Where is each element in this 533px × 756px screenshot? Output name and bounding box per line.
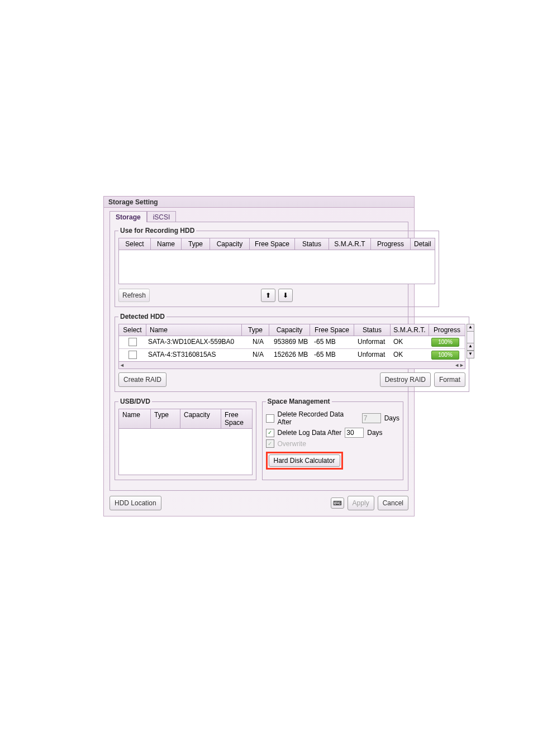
move-down-button[interactable]: ⬇ bbox=[278, 289, 293, 302]
delete-log-label: Delete Log Data After bbox=[278, 429, 342, 437]
recording-hdd-controls: Refresh ⬆ ⬇ bbox=[118, 289, 435, 302]
rec-hdr-smart[interactable]: S.M.A.R.T bbox=[329, 238, 371, 250]
row-free: -65 MB bbox=[312, 349, 355, 361]
row-select-checkbox[interactable] bbox=[129, 351, 137, 359]
usb-dvd-headers: Name Type Capacity Free Space bbox=[118, 409, 253, 429]
scroll-right-icon[interactable]: ► bbox=[459, 362, 464, 368]
scroll-down-icon[interactable]: ▼ bbox=[467, 351, 474, 358]
delete-recorded-checkbox[interactable] bbox=[266, 414, 274, 423]
detected-h-scrollbar[interactable]: ◄ ◄ ► bbox=[118, 362, 465, 369]
row-status: Unformat bbox=[355, 349, 391, 361]
recording-hdd-body bbox=[118, 250, 435, 284]
table-row[interactable]: SATA-3:WD10EALX-559BA0 N/A 953869 MB -65… bbox=[119, 336, 465, 349]
move-up-button[interactable]: ⬆ bbox=[261, 289, 275, 302]
rec-hdr-capacity[interactable]: Capacity bbox=[210, 238, 250, 250]
row-smart: OK bbox=[391, 336, 429, 348]
row-free: -65 MB bbox=[312, 336, 355, 348]
tab-body: Use for Recording HDD Select Name Type C… bbox=[110, 222, 408, 491]
rec-hdr-status[interactable]: Status bbox=[295, 238, 329, 250]
row-progress: 100% bbox=[431, 351, 459, 360]
usb-dvd-legend: USB/DVD bbox=[118, 398, 152, 405]
usb-dvd-body bbox=[118, 429, 253, 475]
row-name: SATA-3:WD10EALX-559BA0 bbox=[146, 336, 245, 348]
row-capacity: 152626 MB bbox=[272, 349, 312, 361]
create-raid-button[interactable]: Create RAID bbox=[118, 372, 166, 387]
hard-disk-calculator-highlight: Hard Disk Calculator bbox=[266, 452, 343, 470]
det-hdr-free[interactable]: Free Space bbox=[310, 324, 354, 336]
destroy-raid-button[interactable]: Destroy RAID bbox=[380, 372, 431, 387]
table-row[interactable]: SATA-4:ST3160815AS N/A 152626 MB -65 MB … bbox=[119, 349, 465, 361]
hard-disk-calculator-button[interactable]: Hard Disk Calculator bbox=[269, 454, 340, 467]
storage-setting-dialog: Storage Setting Storage iSCSI Use for Re… bbox=[103, 196, 415, 516]
refresh-button[interactable]: Refresh bbox=[118, 289, 150, 302]
row-name: SATA-4:ST3160815AS bbox=[146, 349, 245, 361]
cancel-button[interactable]: Cancel bbox=[378, 496, 408, 510]
usb-dvd-group: USB/DVD Name Type Capacity Free Space bbox=[115, 398, 256, 480]
arrow-up-icon: ⬆ bbox=[265, 291, 271, 299]
det-hdr-status[interactable]: Status bbox=[354, 324, 391, 336]
overwrite-checkbox bbox=[266, 439, 274, 448]
scroll-left-icon[interactable]: ◄ bbox=[120, 362, 125, 368]
scroll-track[interactable] bbox=[467, 332, 474, 343]
detected-hdd-rows: SATA-3:WD10EALX-559BA0 N/A 953869 MB -65… bbox=[118, 336, 465, 362]
delete-recorded-days-input[interactable] bbox=[362, 413, 381, 423]
rec-hdr-free[interactable]: Free Space bbox=[250, 238, 295, 250]
apply-button[interactable]: Apply bbox=[348, 496, 374, 510]
scroll-up-icon[interactable]: ▲ bbox=[467, 324, 474, 332]
dialog-title: Storage Setting bbox=[104, 197, 414, 208]
detected-hdd-headers: Select Name Type Capacity Free Space Sta… bbox=[118, 324, 465, 336]
det-hdr-capacity[interactable]: Capacity bbox=[269, 324, 310, 336]
scroll-up2-icon[interactable]: ▲ bbox=[467, 343, 474, 351]
rec-hdr-type[interactable]: Type bbox=[182, 238, 210, 250]
page: Storage Setting Storage iSCSI Use for Re… bbox=[0, 0, 533, 756]
det-hdr-type[interactable]: Type bbox=[242, 324, 269, 336]
row-select-checkbox[interactable] bbox=[129, 338, 137, 346]
rec-hdr-progress[interactable]: Progress bbox=[371, 238, 411, 250]
detected-hdd-group: Detected HDD Select Name Type Capacity F… bbox=[115, 313, 469, 392]
rec-hdr-name[interactable]: Name bbox=[151, 238, 182, 250]
row-status: Unformat bbox=[355, 336, 391, 348]
tab-storage[interactable]: Storage bbox=[110, 211, 147, 222]
space-management-legend: Space Management bbox=[266, 398, 332, 405]
keyboard-icon[interactable]: ⌨ bbox=[331, 497, 344, 509]
usb-hdr-type[interactable]: Type bbox=[151, 409, 180, 428]
hdd-location-button[interactable]: HDD Location bbox=[110, 496, 161, 510]
det-hdr-select[interactable]: Select bbox=[119, 324, 146, 336]
delete-log-days-input[interactable] bbox=[345, 428, 364, 438]
usb-hdr-name[interactable]: Name bbox=[119, 409, 151, 428]
det-hdr-progress[interactable]: Progress bbox=[429, 324, 465, 336]
recording-hdd-legend: Use for Recording HDD bbox=[118, 227, 196, 235]
arrow-down-icon: ⬇ bbox=[283, 291, 288, 299]
recording-hdd-group: Use for Recording HDD Select Name Type C… bbox=[115, 227, 439, 307]
dialog-bottom-row: HDD Location ⌨ Apply Cancel bbox=[110, 496, 408, 510]
recording-hdd-headers: Select Name Type Capacity Free Space Sta… bbox=[118, 238, 435, 250]
delete-recorded-label: Delete Recorded Data After bbox=[278, 410, 359, 426]
tab-bar: Storage iSCSI bbox=[110, 211, 414, 222]
row-type: N/A bbox=[245, 336, 272, 348]
lower-row: USB/DVD Name Type Capacity Free Space Sp… bbox=[115, 398, 403, 486]
rec-hdr-select[interactable]: Select bbox=[119, 238, 151, 250]
format-button[interactable]: Format bbox=[434, 372, 465, 387]
detected-v-scrollbar[interactable]: ▲ ▲ ▼ bbox=[467, 324, 474, 358]
overwrite-label: Overwrite bbox=[278, 440, 306, 448]
scroll-left2-icon[interactable]: ◄ bbox=[454, 362, 459, 368]
usb-hdr-capacity[interactable]: Capacity bbox=[180, 409, 221, 428]
det-hdr-smart[interactable]: S.M.A.R.T. bbox=[391, 324, 429, 336]
delete-log-checkbox[interactable] bbox=[266, 429, 274, 437]
row-progress: 100% bbox=[431, 338, 459, 347]
row-smart: OK bbox=[391, 349, 429, 361]
detected-hdd-legend: Detected HDD bbox=[118, 313, 166, 320]
usb-hdr-free[interactable]: Free Space bbox=[221, 409, 252, 428]
rec-hdr-detail[interactable]: Detail bbox=[411, 238, 435, 250]
unit-days: Days bbox=[384, 414, 399, 422]
det-hdr-name[interactable]: Name bbox=[146, 324, 242, 336]
row-capacity: 953869 MB bbox=[272, 336, 312, 348]
tab-iscsi[interactable]: iSCSI bbox=[147, 211, 177, 222]
row-type: N/A bbox=[245, 349, 272, 361]
unit-days: Days bbox=[367, 429, 382, 437]
space-management-group: Space Management Delete Recorded Data Af… bbox=[262, 398, 404, 480]
